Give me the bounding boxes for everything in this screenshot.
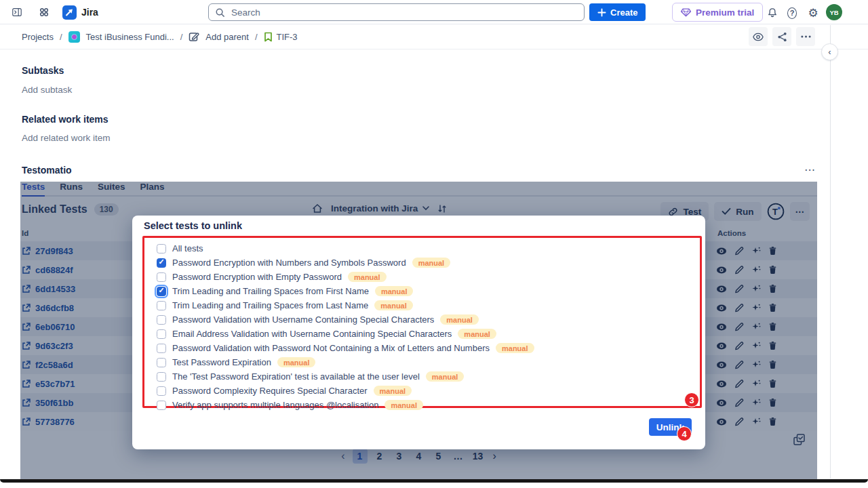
breadcrumb-projects[interactable]: Projects: [22, 32, 54, 42]
test-checkbox-label: The 'Test Password Expiration' test is a…: [172, 371, 420, 382]
breadcrumb-bar: Projects / Test iBusiness Fundi... / Add…: [0, 24, 868, 49]
test-checkbox-row[interactable]: Trim Leading and Trailing Spaces from Fi…: [151, 284, 693, 298]
test-checkbox-label: Password Validation with Password Not Co…: [172, 343, 490, 353]
test-checkbox-row[interactable]: The 'Test Password Expiration' test is a…: [151, 369, 693, 384]
bookmark-icon: [264, 32, 273, 42]
breadcrumb-separator: /: [60, 32, 62, 42]
share-button[interactable]: [772, 27, 791, 46]
test-checkbox-row[interactable]: Password Validation with Username Contai…: [151, 312, 693, 327]
create-button[interactable]: Create: [589, 3, 646, 21]
test-checkbox-label: Password Encryption with Numbers and Sym…: [172, 258, 406, 268]
jira-app-window: Jira Create Premium trial: [0, 0, 868, 488]
settings-button[interactable]: ⚙: [804, 4, 822, 22]
testomatio-heading: Testomatio: [22, 165, 72, 176]
add-subtask-button[interactable]: Add subtask: [22, 85, 72, 95]
test-checkbox-label: Password Complexity Requires Special Cha…: [172, 386, 368, 396]
breadcrumb-add-parent[interactable]: Add parent: [205, 32, 249, 42]
test-checkbox[interactable]: [157, 329, 166, 339]
test-checkbox-row[interactable]: Password Complexity Requires Special Cha…: [151, 384, 693, 398]
test-checkbox[interactable]: [157, 272, 166, 282]
test-checkbox-row[interactable]: Password Encryption with Numbers and Sym…: [151, 256, 693, 270]
plus-icon: [597, 8, 606, 17]
manual-badge: manual: [384, 400, 423, 410]
add-related-item-button[interactable]: Add related work item: [22, 133, 111, 143]
bell-icon: [768, 7, 777, 19]
test-checkbox[interactable]: [157, 258, 166, 268]
test-checkbox[interactable]: [157, 358, 166, 367]
window-bottom-edge: [0, 479, 868, 483]
global-search[interactable]: [208, 3, 585, 21]
premium-trial-label: Premium trial: [696, 7, 754, 18]
collapse-panel-button[interactable]: ‹: [821, 43, 838, 60]
annotation-step-3: 3: [684, 392, 699, 407]
issue-actions: [749, 27, 815, 46]
test-checkbox[interactable]: [157, 401, 166, 410]
test-checkbox[interactable]: [157, 301, 166, 310]
test-checkbox-row[interactable]: Password Validation with Password Not Co…: [151, 341, 693, 355]
test-checkbox-label: Test Password Expiration: [172, 357, 271, 367]
test-checkbox-row[interactable]: Password Encryption with Empty Password …: [151, 270, 693, 284]
manual-badge: manual: [348, 272, 387, 282]
subtasks-heading: Subtasks: [22, 65, 64, 76]
test-checkbox-row[interactable]: Email Address Validation with Username C…: [151, 327, 693, 341]
jira-home-link[interactable]: Jira: [62, 5, 98, 20]
gear-icon: ⚙: [808, 7, 818, 19]
test-checkbox-row[interactable]: All tests: [151, 241, 693, 256]
more-actions-button[interactable]: [796, 27, 815, 46]
top-navigation: Jira Create Premium trial: [0, 0, 868, 24]
manual-badge: manual: [375, 286, 414, 296]
sidebar-toggle-icon: [12, 7, 22, 18]
annotation-red-box: All tests Password Encryption with Numbe…: [142, 236, 702, 408]
manual-badge: manual: [426, 371, 465, 382]
test-checkbox-row[interactable]: Verify app supports multiple languages @…: [151, 398, 693, 412]
issue-key-label: TIF-3: [277, 32, 298, 42]
edit-icon: [189, 31, 199, 42]
test-checkbox-row[interactable]: Trim Leading and Trailing Spaces from La…: [151, 298, 693, 312]
notifications-button[interactable]: [764, 4, 781, 22]
help-icon: ?: [787, 7, 797, 19]
right-panel-divider: [830, 25, 831, 479]
gem-icon: [681, 8, 691, 17]
manual-badge: manual: [374, 300, 413, 310]
breadcrumb-issue[interactable]: TIF-3: [264, 32, 298, 42]
test-checkbox-label: Password Encryption with Empty Password: [172, 272, 342, 282]
test-checkbox-row[interactable]: Test Password Expiration manual: [151, 355, 693, 369]
breadcrumb-separator: /: [180, 32, 183, 42]
premium-trial-button[interactable]: Premium trial: [672, 3, 763, 22]
test-checkbox[interactable]: [157, 386, 166, 396]
test-checkbox[interactable]: [157, 287, 166, 296]
widget-more-button[interactable]: ⋯: [800, 163, 820, 177]
manual-badge: manual: [440, 314, 479, 325]
test-checkbox-label: Trim Leading and Trailing Spaces from Fi…: [172, 286, 369, 296]
test-checkbox[interactable]: [157, 344, 166, 353]
manual-badge: manual: [458, 329, 496, 339]
test-checkbox-label: All tests: [172, 243, 203, 253]
test-checkbox[interactable]: [157, 372, 166, 382]
eye-icon: [753, 33, 764, 41]
test-checkbox-label: Trim Leading and Trailing Spaces from La…: [172, 300, 368, 310]
create-button-label: Create: [610, 7, 637, 18]
test-checkbox[interactable]: [157, 315, 166, 325]
manual-badge: manual: [277, 357, 316, 367]
jira-logo-icon: [62, 5, 77, 20]
sidebar-toggle-button[interactable]: [8, 3, 26, 21]
test-checkbox[interactable]: [157, 244, 166, 253]
more-horizontal-icon: [801, 35, 811, 38]
breadcrumb-project[interactable]: Test iBusiness Fundi...: [86, 32, 174, 42]
test-checkbox-label: Password Validation with Username Contai…: [172, 314, 434, 325]
test-checkbox-label: Email Address Validation with Username C…: [172, 329, 452, 339]
avatar[interactable]: YB: [826, 4, 842, 20]
watch-button[interactable]: [749, 27, 768, 46]
breadcrumb-separator: /: [255, 32, 258, 42]
app-switcher-button[interactable]: [35, 3, 53, 21]
search-input[interactable]: [230, 7, 578, 18]
test-checkbox-label: Verify app supports multiple languages @…: [172, 400, 378, 410]
related-items-heading: Related work items: [22, 114, 108, 125]
breadcrumb: Projects / Test iBusiness Fundi... / Add…: [22, 24, 298, 49]
search-icon: [215, 7, 225, 18]
share-icon: [777, 32, 787, 42]
app-title: Jira: [81, 7, 98, 18]
annotation-step-4: 4: [677, 426, 692, 441]
help-button[interactable]: ?: [783, 4, 801, 22]
modal-title: Select tests to unlink: [144, 220, 242, 231]
